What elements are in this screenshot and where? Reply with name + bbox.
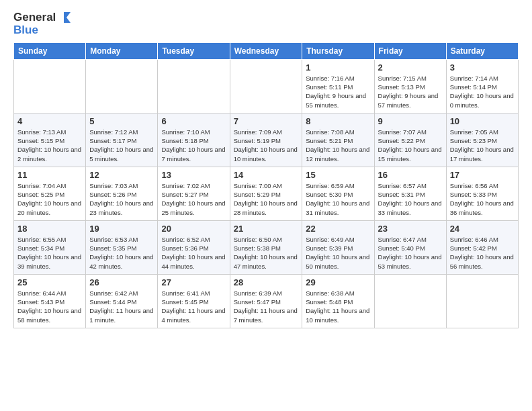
col-header-thursday: Thursday [302, 42, 374, 59]
col-header-friday: Friday [374, 42, 446, 59]
logo-general: General [13, 11, 56, 24]
day-cell: 12Sunrise: 7:03 AM Sunset: 5:26 PM Dayli… [86, 167, 158, 220]
day-cell: 1Sunrise: 7:16 AM Sunset: 5:11 PM Daylig… [302, 59, 374, 113]
logo-container: General Blue [13, 11, 71, 37]
day-info: Sunrise: 7:02 AM Sunset: 5:27 PM Dayligh… [161, 181, 226, 217]
day-cell: 10Sunrise: 7:05 AM Sunset: 5:23 PM Dayli… [446, 113, 518, 167]
day-cell: 26Sunrise: 6:42 AM Sunset: 5:44 PM Dayli… [86, 274, 158, 328]
day-number: 14 [234, 170, 299, 180]
day-number: 15 [306, 170, 370, 180]
day-number: 6 [161, 116, 226, 126]
day-cell: 8Sunrise: 7:08 AM Sunset: 5:21 PM Daylig… [302, 113, 374, 167]
week-row-3: 11Sunrise: 7:04 AM Sunset: 5:25 PM Dayli… [14, 167, 519, 220]
day-info: Sunrise: 7:15 AM Sunset: 5:13 PM Dayligh… [378, 74, 443, 109]
day-number: 8 [306, 116, 370, 126]
day-number: 3 [450, 62, 515, 73]
day-info: Sunrise: 7:16 AM Sunset: 5:11 PM Dayligh… [306, 74, 370, 109]
day-cell: 14Sunrise: 7:00 AM Sunset: 5:29 PM Dayli… [230, 167, 302, 220]
day-number: 25 [17, 277, 82, 287]
col-header-wednesday: Wednesday [230, 42, 302, 59]
day-cell: 13Sunrise: 7:02 AM Sunset: 5:27 PM Dayli… [158, 167, 230, 220]
day-number: 10 [450, 116, 515, 126]
day-number: 11 [17, 170, 82, 180]
day-cell [14, 59, 86, 113]
day-info: Sunrise: 6:49 AM Sunset: 5:39 PM Dayligh… [306, 235, 370, 271]
day-info: Sunrise: 7:05 AM Sunset: 5:23 PM Dayligh… [450, 128, 515, 163]
day-number: 7 [234, 116, 299, 126]
day-cell: 16Sunrise: 6:57 AM Sunset: 5:31 PM Dayli… [374, 167, 446, 220]
day-cell: 3Sunrise: 7:14 AM Sunset: 5:14 PM Daylig… [446, 59, 518, 113]
day-info: Sunrise: 6:53 AM Sunset: 5:35 PM Dayligh… [89, 235, 154, 271]
day-cell: 5Sunrise: 7:12 AM Sunset: 5:17 PM Daylig… [86, 113, 158, 167]
day-cell: 22Sunrise: 6:49 AM Sunset: 5:39 PM Dayli… [302, 220, 374, 274]
day-info: Sunrise: 7:00 AM Sunset: 5:29 PM Dayligh… [234, 181, 299, 217]
day-number: 16 [378, 170, 443, 180]
logo: General Blue [13, 11, 71, 37]
day-number: 21 [234, 224, 299, 234]
day-info: Sunrise: 6:41 AM Sunset: 5:45 PM Dayligh… [161, 289, 226, 324]
day-cell [374, 274, 446, 328]
day-info: Sunrise: 7:14 AM Sunset: 5:14 PM Dayligh… [450, 74, 515, 109]
day-number: 24 [450, 224, 515, 234]
day-info: Sunrise: 7:03 AM Sunset: 5:26 PM Dayligh… [89, 181, 154, 217]
day-info: Sunrise: 6:50 AM Sunset: 5:38 PM Dayligh… [234, 235, 299, 271]
day-info: Sunrise: 6:42 AM Sunset: 5:44 PM Dayligh… [89, 289, 154, 324]
day-number: 2 [378, 62, 443, 73]
day-info: Sunrise: 7:04 AM Sunset: 5:25 PM Dayligh… [17, 181, 82, 217]
day-number: 27 [161, 277, 226, 287]
day-cell: 18Sunrise: 6:55 AM Sunset: 5:34 PM Dayli… [14, 220, 86, 274]
day-number: 20 [161, 224, 226, 234]
col-header-monday: Monday [86, 42, 158, 59]
day-info: Sunrise: 6:59 AM Sunset: 5:30 PM Dayligh… [306, 181, 370, 217]
day-number: 13 [161, 170, 226, 180]
day-cell: 29Sunrise: 6:38 AM Sunset: 5:48 PM Dayli… [302, 274, 374, 328]
day-cell: 15Sunrise: 6:59 AM Sunset: 5:30 PM Dayli… [302, 167, 374, 220]
day-number: 5 [89, 116, 154, 126]
day-info: Sunrise: 6:57 AM Sunset: 5:31 PM Dayligh… [378, 181, 443, 217]
day-cell [446, 274, 518, 328]
day-info: Sunrise: 6:39 AM Sunset: 5:47 PM Dayligh… [234, 289, 299, 324]
col-header-saturday: Saturday [446, 42, 518, 59]
day-number: 23 [378, 224, 443, 234]
day-info: Sunrise: 7:07 AM Sunset: 5:22 PM Dayligh… [378, 128, 443, 163]
day-info: Sunrise: 7:09 AM Sunset: 5:19 PM Dayligh… [234, 128, 299, 163]
day-cell: 23Sunrise: 6:47 AM Sunset: 5:40 PM Dayli… [374, 220, 446, 274]
day-cell: 24Sunrise: 6:46 AM Sunset: 5:42 PM Dayli… [446, 220, 518, 274]
day-info: Sunrise: 7:12 AM Sunset: 5:17 PM Dayligh… [89, 128, 154, 163]
day-cell: 21Sunrise: 6:50 AM Sunset: 5:38 PM Dayli… [230, 220, 302, 274]
day-cell: 9Sunrise: 7:07 AM Sunset: 5:22 PM Daylig… [374, 113, 446, 167]
day-info: Sunrise: 6:56 AM Sunset: 5:33 PM Dayligh… [450, 181, 515, 217]
day-cell: 11Sunrise: 7:04 AM Sunset: 5:25 PM Dayli… [14, 167, 86, 220]
day-cell [158, 59, 230, 113]
day-cell: 27Sunrise: 6:41 AM Sunset: 5:45 PM Dayli… [158, 274, 230, 328]
day-info: Sunrise: 6:52 AM Sunset: 5:36 PM Dayligh… [161, 235, 226, 271]
week-row-5: 25Sunrise: 6:44 AM Sunset: 5:43 PM Dayli… [14, 274, 519, 328]
day-cell: 7Sunrise: 7:09 AM Sunset: 5:19 PM Daylig… [230, 113, 302, 167]
day-number: 26 [89, 277, 154, 287]
day-cell: 20Sunrise: 6:52 AM Sunset: 5:36 PM Dayli… [158, 220, 230, 274]
day-number: 12 [89, 170, 154, 180]
day-info: Sunrise: 7:10 AM Sunset: 5:18 PM Dayligh… [161, 128, 226, 163]
day-info: Sunrise: 7:08 AM Sunset: 5:21 PM Dayligh… [306, 128, 370, 163]
day-cell: 17Sunrise: 6:56 AM Sunset: 5:33 PM Dayli… [446, 167, 518, 220]
day-number: 1 [306, 62, 370, 73]
day-number: 22 [306, 224, 370, 234]
day-number: 17 [450, 170, 515, 180]
day-number: 29 [306, 277, 370, 287]
day-number: 9 [378, 116, 443, 126]
day-cell: 28Sunrise: 6:39 AM Sunset: 5:47 PM Dayli… [230, 274, 302, 328]
day-number: 28 [234, 277, 299, 287]
col-header-sunday: Sunday [14, 42, 86, 59]
calendar-table: SundayMondayTuesdayWednesdayThursdayFrid… [13, 42, 519, 328]
day-number: 4 [17, 116, 82, 126]
day-info: Sunrise: 6:55 AM Sunset: 5:34 PM Dayligh… [17, 235, 82, 271]
calendar-header-row: SundayMondayTuesdayWednesdayThursdayFrid… [14, 42, 519, 59]
day-cell: 4Sunrise: 7:13 AM Sunset: 5:15 PM Daylig… [14, 113, 86, 167]
day-info: Sunrise: 6:38 AM Sunset: 5:48 PM Dayligh… [306, 289, 370, 324]
week-row-2: 4Sunrise: 7:13 AM Sunset: 5:15 PM Daylig… [14, 113, 519, 167]
day-cell: 2Sunrise: 7:15 AM Sunset: 5:13 PM Daylig… [374, 59, 446, 113]
day-info: Sunrise: 6:46 AM Sunset: 5:42 PM Dayligh… [450, 235, 515, 271]
day-info: Sunrise: 6:44 AM Sunset: 5:43 PM Dayligh… [17, 289, 82, 324]
day-cell: 19Sunrise: 6:53 AM Sunset: 5:35 PM Dayli… [86, 220, 158, 274]
day-info: Sunrise: 6:47 AM Sunset: 5:40 PM Dayligh… [378, 235, 443, 271]
